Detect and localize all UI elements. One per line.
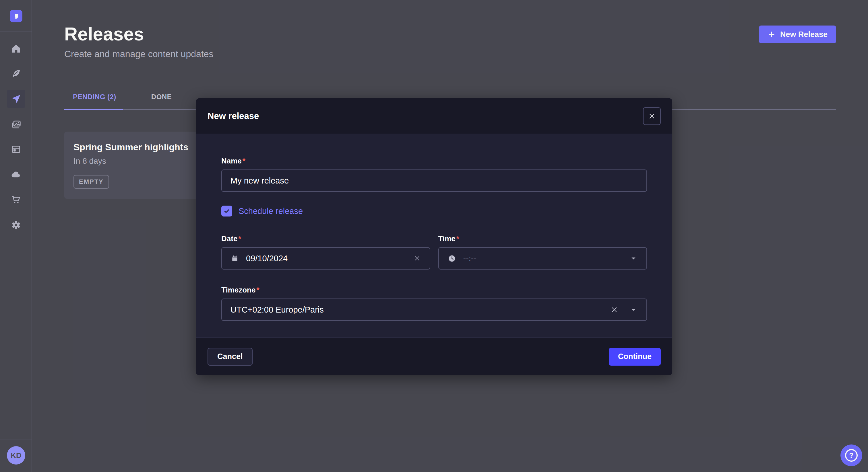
modal-footer: Cancel Continue [196,338,672,375]
schedule-release-label: Schedule release [239,206,303,216]
close-icon [648,112,656,120]
date-field-group: Date * 09/10/2024 [221,234,430,270]
timezone-field-group: Timezone * UTC+02:00 Europe/Paris [221,285,647,321]
new-release-modal: New release Name * [196,98,672,375]
schedule-release-checkbox[interactable] [221,206,232,216]
clock-icon [447,254,456,263]
time-field-group: Time * [438,234,647,270]
caret-down-icon [629,254,638,263]
calendar-icon [230,254,239,263]
app-root: KD Releases Create and manage content up… [0,0,868,472]
date-field-label: Date * [221,234,430,243]
time-dropdown-caret[interactable] [629,254,638,263]
timezone-clear-button[interactable] [610,306,618,314]
clear-x-icon [413,255,421,262]
timezone-field-label: Timezone * [221,285,647,295]
date-input-box[interactable]: 09/10/2024 [221,247,430,270]
date-time-grid: Date * 09/10/2024 [221,234,647,270]
check-icon [223,208,230,214]
modal-header: New release [196,98,672,134]
name-input[interactable] [230,176,638,186]
date-clear-button[interactable] [413,255,421,262]
required-asterisk: * [456,234,459,243]
timezone-value: UTC+02:00 Europe/Paris [230,305,603,314]
modal-body: Name * Schedule release Date [196,134,672,338]
name-input-box [221,169,647,192]
modal-close-button[interactable] [643,107,661,125]
continue-button[interactable]: Continue [609,348,661,366]
cancel-button[interactable]: Cancel [208,348,253,366]
time-field-label: Time * [438,234,647,243]
name-field-label: Name * [221,157,647,165]
required-asterisk: * [243,157,245,165]
timezone-input-box[interactable]: UTC+02:00 Europe/Paris [221,299,647,321]
schedule-release-row[interactable]: Schedule release [221,206,647,216]
time-input-box[interactable] [438,247,647,270]
name-field-group: Name * [221,157,647,192]
timezone-dropdown-caret[interactable] [629,305,638,314]
time-input[interactable] [463,254,623,263]
modal-title: New release [208,111,259,121]
caret-down-icon [629,305,638,314]
required-asterisk: * [256,285,259,295]
date-value: 09/10/2024 [246,254,406,263]
clear-x-icon [610,306,618,314]
required-asterisk: * [238,234,241,243]
